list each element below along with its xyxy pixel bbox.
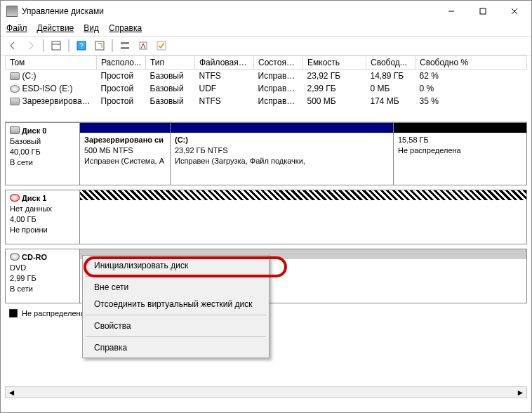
- legend-label-unallocated: Не распределена: [22, 309, 85, 317]
- col-fs[interactable]: Файловая с...: [195, 56, 254, 70]
- svg-rect-4: [52, 41, 60, 50]
- col-volume[interactable]: Том: [6, 56, 97, 70]
- col-capacity[interactable]: Емкость: [303, 56, 366, 70]
- toolbar: ?: [1, 36, 531, 55]
- disk-info-1: Диск 1 Нет данных 4,00 ГБ Не проини: [6, 190, 80, 244]
- context-menu: Инициализировать диск Вне сети Отсоедини…: [82, 255, 270, 358]
- app-icon: [6, 6, 18, 17]
- settings-button[interactable]: [135, 38, 151, 53]
- cdrom-icon: [10, 253, 20, 261]
- menu-help[interactable]: Справка: [84, 339, 267, 356]
- table-row[interactable]: ESD-ISO (E:) ПростойБазовыйUDF Исправен.…: [6, 82, 527, 95]
- col-state[interactable]: Состояние: [254, 56, 303, 70]
- close-button[interactable]: [498, 1, 530, 21]
- window-title: Управление дисками: [22, 6, 435, 16]
- svg-text:?: ?: [79, 42, 84, 50]
- disk-info-0: Диск 0 Базовый 40,00 ГБ В сети: [6, 123, 80, 185]
- disk-row-0[interactable]: Диск 0 Базовый 40,00 ГБ В сети Зарезерви…: [5, 122, 527, 185]
- svg-rect-12: [157, 41, 166, 50]
- col-free[interactable]: Свобод...: [366, 56, 415, 70]
- legend-swatch-unallocated: [9, 309, 18, 317]
- disk-info-cdrom: CD-RO DVD 2,99 ГБ В сети: [6, 249, 80, 303]
- col-freepct[interactable]: Свободно %: [415, 56, 527, 70]
- svg-rect-8: [95, 41, 104, 50]
- menu-view[interactable]: Вид: [84, 23, 99, 33]
- maximize-button[interactable]: [467, 1, 498, 21]
- col-type[interactable]: Тип: [146, 56, 195, 70]
- separator-icon: [112, 39, 113, 52]
- table-row[interactable]: Зарезервировано... ПростойБазовыйNTFS Ис…: [6, 95, 527, 107]
- partition-uninitialized[interactable]: [80, 190, 526, 244]
- minimize-button[interactable]: [435, 1, 467, 21]
- menu-separator: [86, 336, 266, 337]
- disk-management-window: Управление дисками Файл Действие Вид Спр…: [0, 0, 532, 413]
- disk-row-1[interactable]: Диск 1 Нет данных 4,00 ГБ Не проини: [5, 190, 527, 244]
- list-view-button[interactable]: [117, 38, 133, 53]
- table-row[interactable]: (C:) ПростойБазовыйNTFS Исправен...23,92…: [6, 70, 527, 83]
- menu-help[interactable]: Справка: [109, 23, 142, 33]
- menu-action[interactable]: Действие: [37, 23, 74, 33]
- horizontal-scrollbar[interactable]: ◄ ►: [5, 386, 527, 398]
- refresh-button[interactable]: [92, 38, 107, 53]
- checkmark-button[interactable]: [154, 38, 169, 53]
- col-layout[interactable]: Располо...: [97, 56, 146, 70]
- back-button[interactable]: [5, 38, 20, 53]
- separator-icon: [43, 39, 44, 52]
- volume-table: Том Располо... Тип Файловая с... Состоян…: [5, 55, 527, 107]
- menu-initialize-disk[interactable]: Инициализировать диск: [84, 257, 267, 274]
- properties-button[interactable]: [48, 38, 64, 53]
- warning-disk-icon: [10, 194, 20, 202]
- menu-separator: [86, 315, 266, 315]
- partition-unallocated[interactable]: 15,58 ГБНе распределена: [393, 123, 526, 185]
- svg-rect-9: [121, 42, 129, 44]
- titlebar: Управление дисками: [1, 1, 531, 22]
- menu-detach-vhd[interactable]: Отсоединить виртуальный жесткий диск: [84, 296, 267, 313]
- disk-icon: [10, 126, 20, 134]
- menu-file[interactable]: Файл: [6, 23, 27, 33]
- separator-icon: [68, 39, 69, 52]
- partition-c[interactable]: (C:)23,92 ГБ NTFSИсправен (Загрузка, Фай…: [170, 123, 393, 185]
- menu-offline[interactable]: Вне сети: [84, 279, 267, 296]
- scroll-left-icon[interactable]: ◄: [6, 387, 18, 398]
- drive-icon: [10, 98, 20, 105]
- partition-reserved[interactable]: Зарезервировано си500 МБ NTFSИсправен (С…: [80, 123, 170, 185]
- drive-icon: [10, 72, 20, 80]
- forward-button[interactable]: [23, 38, 39, 53]
- menubar: Файл Действие Вид Справка: [1, 22, 531, 36]
- help-button[interactable]: ?: [74, 38, 89, 53]
- scroll-right-icon[interactable]: ►: [514, 387, 526, 398]
- table-header-row: Том Располо... Тип Файловая с... Состоян…: [6, 56, 527, 70]
- cd-icon: [10, 85, 20, 93]
- menu-properties[interactable]: Свойства: [84, 317, 267, 334]
- menu-separator: [86, 276, 266, 277]
- svg-rect-1: [480, 8, 486, 14]
- svg-rect-10: [121, 47, 129, 49]
